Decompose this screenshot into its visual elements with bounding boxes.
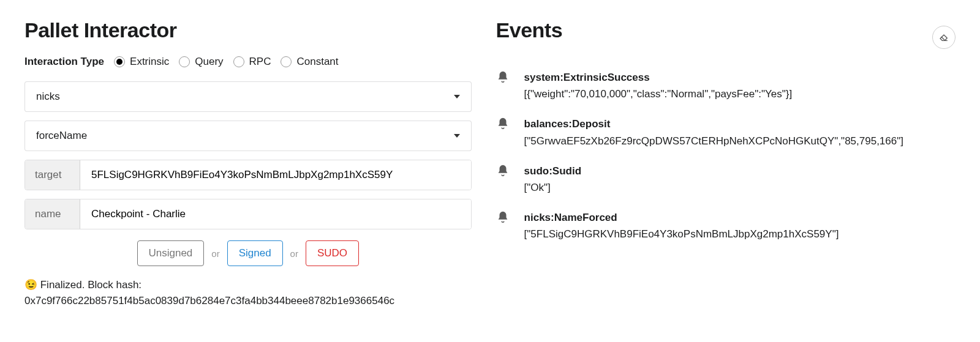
radio-icon — [281, 56, 292, 67]
sudo-button[interactable]: SUDO — [306, 240, 359, 266]
bell-icon — [496, 209, 511, 242]
signed-button[interactable]: Signed — [227, 240, 283, 266]
event-row: sudo:Sudid["Ok"] — [496, 163, 956, 196]
or-text: or — [290, 248, 298, 259]
bell-icon — [496, 69, 511, 102]
or-text: or — [211, 248, 219, 259]
event-text: sudo:Sudid["Ok"] — [524, 163, 956, 196]
pallet-select-value: nicks — [36, 91, 60, 103]
clear-events-button[interactable] — [932, 26, 956, 49]
radio-label: Extrinsic — [130, 56, 169, 68]
page-title: Pallet Interactor — [24, 18, 472, 42]
events-title: Events — [496, 18, 563, 42]
event-name: system:ExtrinsicSuccess — [524, 69, 956, 86]
radio-query[interactable]: Query — [179, 56, 223, 68]
erase-icon — [939, 32, 949, 42]
unsigned-button[interactable]: Unsigned — [137, 240, 205, 266]
event-name: nicks:NameForced — [524, 209, 956, 226]
radio-label: Query — [195, 56, 223, 68]
submit-button-row: Unsigned or Signed or SUDO — [24, 240, 472, 266]
method-select[interactable]: forceName — [24, 121, 472, 151]
radio-icon — [179, 56, 190, 67]
radio-constant[interactable]: Constant — [281, 56, 338, 68]
name-field-row: name — [24, 199, 472, 229]
radio-label: RPC — [249, 56, 271, 68]
events-scroll-area[interactable]: system:ExtrinsicSuccess[{"weight":"70,01… — [496, 69, 956, 256]
pallet-select[interactable]: nicks — [24, 81, 472, 112]
method-select-value: forceName — [36, 130, 87, 142]
event-text: system:ExtrinsicSuccess[{"weight":"70,01… — [524, 69, 956, 102]
target-field-label: target — [25, 160, 80, 190]
chevron-down-icon — [454, 134, 460, 138]
radio-label: Constant — [296, 56, 338, 68]
radio-extrinsic[interactable]: Extrinsic — [114, 56, 169, 68]
target-input[interactable] — [80, 160, 471, 190]
interaction-type-label: Interaction Type — [24, 56, 104, 68]
event-data: [{"weight":"70,010,000","class":"Normal"… — [524, 86, 956, 102]
event-row: nicks:NameForced["5FLSigC9HGRKVhB9FiEo4Y… — [496, 209, 956, 242]
event-data: ["Ok"] — [524, 179, 956, 196]
name-input[interactable] — [80, 199, 471, 229]
event-name: sudo:Sudid — [524, 163, 956, 179]
event-text: nicks:NameForced["5FLSigC9HGRKVhB9FiEo4Y… — [524, 209, 956, 242]
radio-icon — [114, 56, 125, 67]
interaction-type-row: Interaction Type Extrinsic Query RPC Con… — [24, 56, 472, 68]
event-data: ["5GrwvaEF5zXb26Fz9rcQpDWS57CtERHpNehXCP… — [524, 133, 956, 149]
status-prefix: 😉 Finalized. Block hash: — [24, 279, 141, 291]
chevron-down-icon — [454, 95, 460, 99]
event-name: balances:Deposit — [524, 116, 956, 132]
radio-rpc[interactable]: RPC — [233, 56, 271, 68]
event-row: system:ExtrinsicSuccess[{"weight":"70,01… — [496, 69, 956, 102]
event-text: balances:Deposit["5GrwvaEF5zXb26Fz9rcQpD… — [524, 116, 956, 149]
radio-icon — [233, 56, 244, 67]
bell-icon — [496, 163, 511, 196]
status-hash: 0x7c9f766c22b85751f4b5ac0839d7b6284e7c3f… — [24, 295, 394, 307]
event-row: balances:Deposit["5GrwvaEF5zXb26Fz9rcQpD… — [496, 116, 956, 149]
name-field-label: name — [25, 199, 80, 229]
status-text: 😉 Finalized. Block hash: 0x7c9f766c22b85… — [24, 277, 472, 308]
target-field-row: target — [24, 160, 472, 190]
bell-icon — [496, 116, 511, 149]
event-data: ["5FLSigC9HGRKVhB9FiEo4Y3koPsNmBmLJbpXg2… — [524, 226, 956, 242]
